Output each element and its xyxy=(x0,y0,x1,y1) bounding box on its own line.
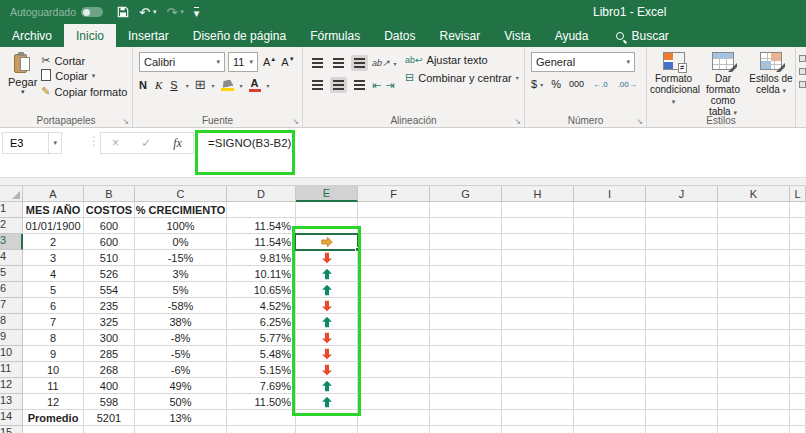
cell-B15[interactable] xyxy=(84,426,135,433)
cell-C14[interactable]: 13% xyxy=(135,410,227,426)
cell-H11[interactable] xyxy=(502,362,574,378)
cell-F3[interactable] xyxy=(358,234,430,250)
cell-D13[interactable]: 11.50% xyxy=(227,394,296,410)
cell-H9[interactable] xyxy=(502,330,574,346)
autosave-toggle[interactable] xyxy=(81,7,103,17)
cell-E7[interactable] xyxy=(296,298,358,314)
cell-F13[interactable] xyxy=(358,394,430,410)
cell-K3[interactable] xyxy=(718,234,790,250)
increase-indent-button[interactable]: ⇥ xyxy=(385,79,394,92)
cell-E3[interactable] xyxy=(296,234,358,250)
dialog-launcher-icon[interactable]: ↘ xyxy=(636,117,643,126)
cell-L4[interactable] xyxy=(790,250,806,266)
cell-F11[interactable] xyxy=(358,362,430,378)
cell-C13[interactable]: 50% xyxy=(135,394,227,410)
cell-C7[interactable]: -58% xyxy=(135,298,227,314)
cell-K5[interactable] xyxy=(718,266,790,282)
cell-J2[interactable] xyxy=(646,218,718,234)
cell-D11[interactable]: 5.15% xyxy=(227,362,296,378)
cell-B7[interactable]: 235 xyxy=(84,298,135,314)
cell-H10[interactable] xyxy=(502,346,574,362)
cell-A9[interactable]: 8 xyxy=(23,330,84,346)
cell-I12[interactable] xyxy=(574,378,646,394)
cell-G9[interactable] xyxy=(430,330,502,346)
tab-vista[interactable]: Vista xyxy=(492,24,542,47)
cell-D6[interactable]: 10.65% xyxy=(227,282,296,298)
cell-L7[interactable] xyxy=(790,298,806,314)
cell-A6[interactable]: 5 xyxy=(23,282,84,298)
cell-F8[interactable] xyxy=(358,314,430,330)
column-header-H[interactable]: H xyxy=(502,186,574,202)
row-header-13[interactable]: 13 xyxy=(0,394,23,410)
cell-J10[interactable] xyxy=(646,346,718,362)
cell-F9[interactable] xyxy=(358,330,430,346)
format-painter-button[interactable]: ✎ Copiar formato xyxy=(41,85,127,98)
tab-inicio[interactable]: Inicio xyxy=(64,24,116,47)
cell-F10[interactable] xyxy=(358,346,430,362)
cell-J3[interactable] xyxy=(646,234,718,250)
cell-F12[interactable] xyxy=(358,378,430,394)
cell-B3[interactable]: 600 xyxy=(84,234,135,250)
cell-L3[interactable] xyxy=(790,234,806,250)
font-family-combobox[interactable]: Calibri ▾ xyxy=(139,52,225,72)
cell-J11[interactable] xyxy=(646,362,718,378)
cell-D12[interactable]: 7.69% xyxy=(227,378,296,394)
decrease-decimal-button[interactable]: .00→ xyxy=(617,79,638,90)
cell-J12[interactable] xyxy=(646,378,718,394)
customize-qat-icon[interactable]: ▾ xyxy=(194,7,200,17)
cell-A4[interactable]: 3 xyxy=(23,250,84,266)
cell-A13[interactable]: 12 xyxy=(23,394,84,410)
cell-G2[interactable] xyxy=(430,218,502,234)
column-header-L[interactable]: L xyxy=(790,186,806,202)
format-as-table-button[interactable]: Dar formato como tabla ▾ xyxy=(701,52,745,111)
number-format-combobox[interactable]: General ▾ xyxy=(531,52,635,72)
column-header-J[interactable]: J xyxy=(646,186,718,202)
cell-L6[interactable] xyxy=(790,282,806,298)
comma-style-button[interactable]: 000 xyxy=(569,79,584,89)
cell-A3[interactable]: 2 xyxy=(23,234,84,250)
cell-K9[interactable] xyxy=(718,330,790,346)
cell-G14[interactable] xyxy=(430,410,502,426)
cell-L5[interactable] xyxy=(790,266,806,282)
cell-J6[interactable] xyxy=(646,282,718,298)
cell-C15[interactable] xyxy=(135,426,227,433)
cell-I4[interactable] xyxy=(574,250,646,266)
column-header-I[interactable]: I xyxy=(574,186,646,202)
cell-D8[interactable]: 6.25% xyxy=(227,314,296,330)
column-header-D[interactable]: D xyxy=(227,186,296,202)
dialog-launcher-icon[interactable]: ↘ xyxy=(514,117,521,126)
cell-D3[interactable]: 11.54% xyxy=(227,234,296,250)
cell-I1[interactable] xyxy=(574,202,646,218)
cell-C5[interactable]: 3% xyxy=(135,266,227,282)
row-header-7[interactable]: 7 xyxy=(0,298,23,314)
cell-I15[interactable] xyxy=(574,426,646,433)
cell-H7[interactable] xyxy=(502,298,574,314)
cell-H8[interactable] xyxy=(502,314,574,330)
cell-K2[interactable] xyxy=(718,218,790,234)
cell-D15[interactable] xyxy=(227,426,296,433)
cell-J9[interactable] xyxy=(646,330,718,346)
cell-B13[interactable]: 598 xyxy=(84,394,135,410)
fill-color-chevron-down-icon[interactable]: ▾ xyxy=(240,82,243,89)
cell-I2[interactable] xyxy=(574,218,646,234)
cell-H5[interactable] xyxy=(502,266,574,282)
cell-A7[interactable]: 6 xyxy=(23,298,84,314)
shrink-font-button[interactable]: A▼ xyxy=(281,56,294,68)
dialog-launcher-icon[interactable]: ↘ xyxy=(292,117,299,126)
column-header-B[interactable]: B xyxy=(84,186,135,202)
cell-B10[interactable]: 285 xyxy=(84,346,135,362)
cell-K15[interactable] xyxy=(718,426,790,433)
cell-E10[interactable] xyxy=(296,346,358,362)
cell-G11[interactable] xyxy=(430,362,502,378)
cancel-icon[interactable]: × xyxy=(112,136,119,150)
cell-I8[interactable] xyxy=(574,314,646,330)
underline-chevron-down-icon[interactable]: ▾ xyxy=(186,82,189,89)
row-header-15[interactable]: 15 xyxy=(0,426,23,433)
undo-icon[interactable]: ↶ xyxy=(139,5,150,20)
cell-D1[interactable] xyxy=(227,202,296,218)
cell-H1[interactable] xyxy=(502,202,574,218)
select-all-corner[interactable] xyxy=(0,186,23,202)
row-header-9[interactable]: 9 xyxy=(0,330,23,346)
cell-H12[interactable] xyxy=(502,378,574,394)
cell-I11[interactable] xyxy=(574,362,646,378)
